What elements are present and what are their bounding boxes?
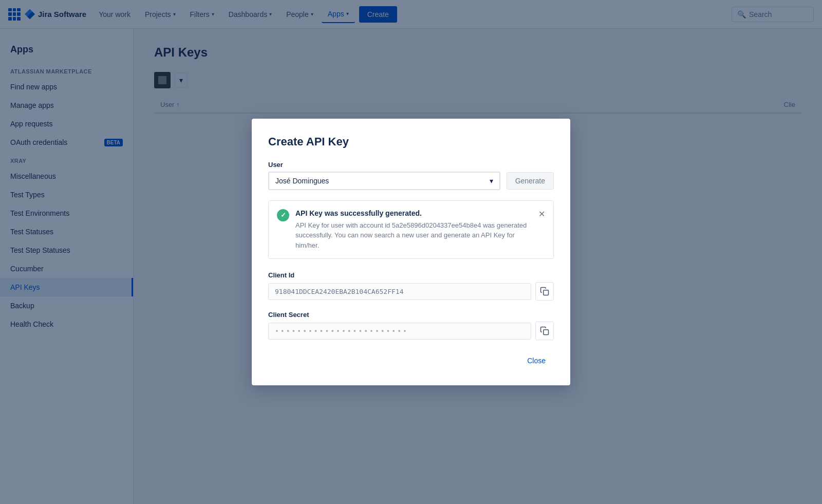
alert-body: API Key for user with account id 5a2e589… bbox=[295, 220, 532, 251]
client-id-field-group: Client Id bbox=[268, 271, 554, 301]
success-icon: ✓ bbox=[277, 209, 289, 221]
create-api-key-modal: Create API Key User José Domingues ▾ Gen… bbox=[252, 119, 570, 386]
client-secret-copy-button[interactable] bbox=[535, 322, 554, 340]
generate-button[interactable]: Generate bbox=[507, 172, 554, 190]
client-id-copy-button[interactable] bbox=[535, 282, 554, 301]
client-id-input[interactable] bbox=[268, 283, 531, 300]
svg-rect-1 bbox=[544, 330, 549, 335]
user-field-group: User José Domingues ▾ Generate bbox=[268, 161, 554, 190]
client-secret-input[interactable] bbox=[268, 323, 531, 340]
client-secret-label: Client Secret bbox=[268, 311, 554, 319]
svg-rect-0 bbox=[544, 290, 549, 295]
client-id-label: Client Id bbox=[268, 271, 554, 279]
user-select-dropdown[interactable]: José Domingues ▾ bbox=[268, 172, 500, 190]
user-field-label: User bbox=[268, 161, 554, 169]
client-secret-row bbox=[268, 322, 554, 340]
alert-close-button[interactable]: ✕ bbox=[538, 209, 545, 219]
alert-content: API Key was successfully generated. API … bbox=[295, 209, 532, 251]
modal-footer: Close bbox=[268, 352, 554, 369]
client-id-row bbox=[268, 282, 554, 301]
close-button[interactable]: Close bbox=[519, 352, 554, 369]
user-row: José Domingues ▾ Generate bbox=[268, 172, 554, 190]
success-alert: ✓ API Key was successfully generated. AP… bbox=[268, 200, 554, 259]
user-select-value: José Domingues bbox=[275, 177, 329, 185]
alert-title: API Key was successfully generated. bbox=[295, 209, 532, 217]
client-secret-field-group: Client Secret bbox=[268, 311, 554, 340]
modal-overlay[interactable]: Create API Key User José Domingues ▾ Gen… bbox=[0, 0, 822, 504]
modal-title: Create API Key bbox=[268, 135, 554, 148]
user-select-caret-icon: ▾ bbox=[490, 177, 493, 185]
